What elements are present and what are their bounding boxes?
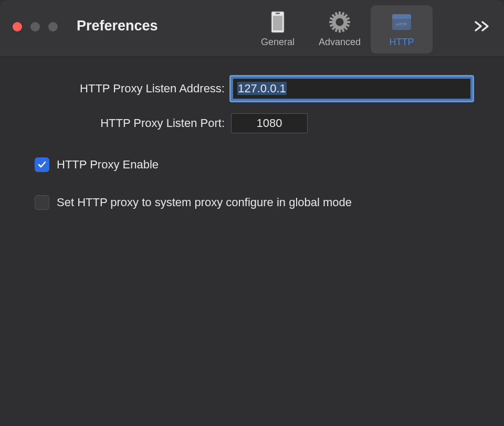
tab-http[interactable]: HTTP HTTP bbox=[371, 5, 433, 54]
titlebar: Preferences General bbox=[0, 0, 504, 57]
system-proxy-checkbox-row: Set HTTP proxy to system proxy configure… bbox=[35, 195, 472, 210]
maximize-window-button[interactable] bbox=[48, 22, 58, 31]
content-panel: HTTP Proxy Listen Address: 127.0.0.1 HTT… bbox=[0, 57, 504, 230]
svg-text:HTTP: HTTP bbox=[396, 22, 407, 27]
svg-rect-5 bbox=[339, 12, 341, 16]
enable-checkbox-row: HTTP Proxy Enable bbox=[35, 157, 472, 172]
svg-point-21 bbox=[337, 19, 343, 25]
svg-rect-2 bbox=[276, 13, 280, 14]
http-proxy-enable-checkbox[interactable] bbox=[35, 157, 49, 172]
port-row: HTTP Proxy Listen Port: 1080 bbox=[32, 113, 472, 133]
tab-advanced-label: Advanced bbox=[319, 37, 361, 48]
svg-rect-7 bbox=[329, 21, 333, 23]
address-row: HTTP Proxy Listen Address: 127.0.0.1 bbox=[32, 77, 472, 101]
svg-rect-3 bbox=[273, 16, 282, 30]
svg-rect-23 bbox=[392, 14, 411, 19]
svg-rect-8 bbox=[346, 21, 350, 23]
system-proxy-checkbox[interactable] bbox=[35, 195, 49, 210]
address-input[interactable]: 127.0.0.1 bbox=[231, 77, 472, 101]
window-title: Preferences bbox=[77, 0, 158, 34]
close-window-button[interactable] bbox=[13, 22, 22, 31]
tab-general-label: General bbox=[261, 37, 295, 48]
address-label: HTTP Proxy Listen Address: bbox=[32, 82, 231, 95]
gear-icon bbox=[328, 10, 351, 34]
http-proxy-enable-label: HTTP Proxy Enable bbox=[57, 158, 159, 172]
overflow-menu-button[interactable] bbox=[474, 19, 490, 36]
http-icon: HTTP bbox=[390, 10, 413, 34]
svg-rect-6 bbox=[339, 28, 341, 33]
system-proxy-label: Set HTTP proxy to system proxy configure… bbox=[57, 196, 352, 209]
port-label: HTTP Proxy Listen Port: bbox=[32, 116, 231, 130]
minimize-window-button[interactable] bbox=[30, 22, 40, 31]
check-icon bbox=[37, 160, 47, 169]
general-icon bbox=[266, 10, 289, 34]
tab-advanced[interactable]: Advanced bbox=[309, 5, 371, 54]
window-controls bbox=[13, 0, 58, 31]
tab-general[interactable]: General bbox=[247, 5, 309, 54]
port-input[interactable]: 1080 bbox=[231, 113, 308, 133]
toolbar-tabs: General bbox=[247, 5, 433, 54]
tab-http-label: HTTP bbox=[390, 37, 414, 48]
